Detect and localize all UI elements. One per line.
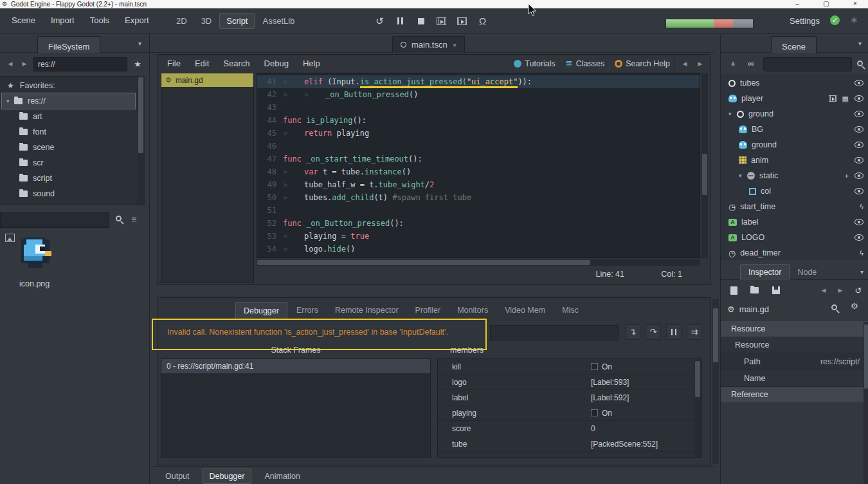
scrollbar-thumb[interactable] — [695, 361, 700, 397]
pause-button[interactable] — [392, 13, 408, 29]
line-number[interactable]: 46 — [257, 140, 283, 153]
code-line[interactable]: 49»tube_half_w = t.tube_wight/2 — [257, 178, 700, 191]
bottom-tab-animation[interactable]: Animation — [258, 469, 307, 484]
remote-debug-button[interactable]: Ω — [475, 13, 491, 29]
visibility-eye-icon[interactable] — [854, 234, 863, 241]
inspector-row-path[interactable]: Pathres://script/ — [721, 353, 868, 370]
scene-node-col[interactable]: col — [721, 183, 868, 199]
scene-dock-menu-icon[interactable]: ▾ — [858, 40, 862, 47]
script-back-button[interactable]: ◀ — [679, 58, 691, 70]
play-scene-button[interactable] — [433, 13, 449, 29]
step-into-button[interactable]: ↴ — [625, 324, 640, 340]
fs-path-input[interactable] — [33, 57, 127, 71]
script-menu-help[interactable]: Help — [296, 56, 327, 71]
scene-node-label[interactable]: label — [721, 214, 868, 230]
tab-scene[interactable]: Scene — [771, 36, 817, 53]
signal-connection-icon[interactable]: ϟ — [860, 203, 863, 210]
debugger-tab-debugger[interactable]: Debugger — [235, 302, 287, 319]
collapse-icon[interactable]: ▾ — [739, 172, 747, 179]
fs-back-button[interactable]: ◀ — [4, 57, 17, 70]
fs-folder-scene[interactable]: scene — [0, 140, 137, 155]
inspector-row-name[interactable]: Name — [721, 370, 868, 387]
members-scrollbar[interactable] — [694, 360, 701, 458]
script-forward-button[interactable]: ▶ — [694, 58, 706, 70]
close-window-button[interactable]: × — [845, 0, 865, 7]
debugger-tab-monitors[interactable]: Monitors — [449, 302, 496, 319]
debugger-inspect-field[interactable] — [490, 325, 619, 340]
line-number[interactable]: 44 — [257, 114, 283, 127]
code-line[interactable]: 46 — [257, 140, 700, 153]
replay-button[interactable]: ↺ — [372, 13, 388, 29]
history-back-button[interactable]: ◀ — [817, 284, 830, 297]
add-node-button[interactable]: + — [726, 57, 740, 71]
debugger-tab-video-mem[interactable]: Video Mem — [497, 302, 553, 319]
checkbox[interactable] — [591, 409, 598, 416]
fs-folder-art[interactable]: art — [0, 109, 137, 124]
help-button-tutorials[interactable]: Tutorials — [514, 59, 555, 68]
instance-scene-button[interactable]: ∞ — [744, 57, 758, 71]
script-menu-search[interactable]: Search — [217, 56, 256, 71]
signal-connection-icon[interactable]: ϟ — [860, 250, 863, 257]
dock-scrollbar[interactable] — [712, 299, 719, 464]
play-custom-scene-button[interactable] — [454, 13, 470, 29]
fs-folder-sound[interactable]: sound — [0, 186, 137, 201]
fs-root-folder[interactable]: ▾ res:// — [2, 93, 135, 109]
code-line[interactable]: 41»elif (Input.is_action_just_pressed("u… — [257, 75, 700, 88]
scene-node-bg[interactable]: BG — [721, 122, 868, 137]
settings-button[interactable]: Settings — [782, 14, 827, 28]
code-editor[interactable]: 41»elif (Input.is_action_just_pressed("u… — [257, 73, 700, 258]
inspector-row-resource[interactable]: Resource — [721, 337, 868, 353]
visibility-eye-icon[interactable] — [854, 142, 863, 148]
inspector-scrollbar[interactable] — [863, 322, 868, 484]
debugger-tab-misc[interactable]: Misc — [554, 302, 586, 319]
code-line[interactable]: 48»var t = tube.instance() — [257, 165, 700, 178]
scene-node-logo[interactable]: LOGO — [721, 230, 868, 245]
fs-tree-scrollbar[interactable] — [137, 76, 145, 205]
visibility-eye-icon[interactable] — [854, 172, 863, 179]
debugger-tab-remote-inspector[interactable]: Remote Inspector — [327, 302, 406, 319]
collapse-icon[interactable]: ▾ — [728, 111, 737, 117]
fs-search-input[interactable] — [0, 212, 109, 228]
fs-favorites-header[interactable]: ★ Favorites: — [0, 78, 137, 93]
fs-folder-script[interactable]: script — [0, 171, 137, 186]
fs-favorite-button[interactable]: ★ — [131, 57, 145, 71]
history-forward-button[interactable]: ▶ — [834, 284, 847, 297]
scene-node-tubes[interactable]: tubes — [721, 75, 868, 91]
save-resource-button[interactable] — [770, 284, 782, 297]
menu-scene[interactable]: Scene — [5, 13, 42, 28]
tab-main-tscn[interactable]: main.tscn × — [392, 36, 465, 53]
line-number[interactable]: 49 — [257, 178, 283, 191]
code-line[interactable]: 52func _on_Button_pressed(): — [257, 217, 700, 230]
collapse-icon[interactable]: ▾ — [6, 98, 14, 104]
visibility-eye-icon[interactable] — [854, 219, 863, 225]
code-line[interactable]: 51 — [257, 204, 700, 217]
member-row-kill[interactable]: killOn — [438, 359, 701, 375]
inspector-tab-inspector[interactable]: Inspector — [740, 264, 790, 280]
filesystem-dock-menu-icon[interactable]: ▾ — [138, 40, 141, 47]
workspace-tab-assetlib[interactable]: AssetLib — [256, 13, 301, 29]
member-row-logo[interactable]: logo[Label:593] — [438, 375, 701, 390]
line-number[interactable]: 52 — [257, 217, 283, 230]
member-row-label[interactable]: label[Label:592] — [438, 390, 701, 405]
help-button-search-help[interactable]: Search Help — [615, 59, 670, 68]
scene-node-dead-timer[interactable]: ◷dead_timerϟ — [721, 245, 868, 261]
workspace-tab-2d[interactable]: 2D — [170, 13, 194, 29]
script-menu-file[interactable]: File — [161, 56, 187, 71]
minimize-button[interactable]: – — [788, 0, 807, 7]
member-row-playing[interactable]: playingOn — [438, 405, 701, 421]
visibility-eye-icon[interactable] — [854, 95, 863, 102]
search-icon[interactable] — [831, 304, 837, 310]
scene-filter-input[interactable] — [763, 57, 852, 71]
inspector-tools-icon[interactable]: ⚙ — [851, 301, 858, 311]
scrollbar-thumb[interactable] — [702, 154, 707, 195]
workspace-tab-script[interactable]: Script — [219, 13, 255, 29]
fs-forward-button[interactable]: ▶ — [18, 57, 31, 70]
scrollbar-thumb[interactable] — [257, 260, 590, 265]
inspector-tab-node[interactable]: Node — [790, 264, 824, 280]
tab-filesystem[interactable]: FileSystem — [37, 36, 100, 53]
maximize-button[interactable]: ▢ — [817, 0, 836, 7]
scrollbar-thumb[interactable] — [138, 77, 143, 153]
bottom-tab-output[interactable]: Output — [159, 469, 196, 484]
visibility-eye-icon[interactable] — [854, 111, 863, 117]
scene-node-player[interactable]: player▦ — [721, 91, 868, 106]
